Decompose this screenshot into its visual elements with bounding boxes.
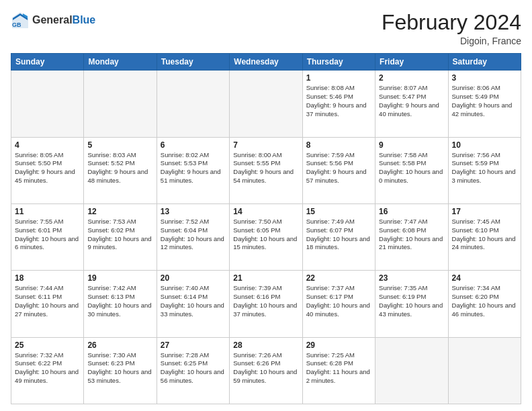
page: GB General Blue February 2024 Digoin, Fr… [0,0,532,411]
day-number: 12 [87,207,152,216]
day-info: Sunrise: 7:32 AM Sunset: 6:22 PM Dayligh… [15,351,80,385]
calendar-week-row: 1Sunrise: 8:08 AM Sunset: 5:46 PM Daylig… [11,71,521,137]
day-number: 1 [306,73,371,83]
day-info: Sunrise: 7:50 AM Sunset: 6:05 PM Dayligh… [233,218,298,252]
day-number: 28 [233,340,298,350]
col-friday: Friday [375,54,448,71]
table-row: 5Sunrise: 8:03 AM Sunset: 5:52 PM Daylig… [84,137,157,203]
col-wednesday: Wednesday [230,54,302,71]
table-row: 9Sunrise: 7:58 AM Sunset: 5:58 PM Daylig… [375,137,448,203]
day-number: 5 [87,140,152,150]
day-info: Sunrise: 8:07 AM Sunset: 5:47 PM Dayligh… [379,84,444,118]
table-row: 20Sunrise: 7:40 AM Sunset: 6:14 PM Dayli… [157,271,229,337]
day-number: 4 [15,140,80,150]
title-block: February 2024 Digoin, France [382,11,521,46]
day-number: 8 [306,140,371,150]
day-number: 19 [87,273,152,283]
calendar-week-row: 25Sunrise: 7:32 AM Sunset: 6:22 PM Dayli… [11,337,521,404]
day-info: Sunrise: 7:25 AM Sunset: 6:28 PM Dayligh… [306,351,371,385]
day-number: 17 [452,207,517,216]
table-row: 4Sunrise: 8:05 AM Sunset: 5:50 PM Daylig… [11,137,84,203]
table-row [448,337,521,404]
day-info: Sunrise: 8:00 AM Sunset: 5:55 PM Dayligh… [233,151,298,185]
day-number: 14 [233,207,298,216]
day-number: 29 [306,340,371,350]
table-row: 13Sunrise: 7:52 AM Sunset: 6:04 PM Dayli… [157,203,229,270]
calendar-week-row: 18Sunrise: 7:44 AM Sunset: 6:11 PM Dayli… [11,271,521,337]
logo-blue: Blue [73,14,96,26]
table-row [11,71,84,137]
day-info: Sunrise: 7:26 AM Sunset: 6:26 PM Dayligh… [233,351,298,385]
day-number: 20 [161,273,226,283]
logo-icon: GB [11,11,30,30]
day-number: 23 [379,273,444,283]
logo-general: General [32,14,73,26]
day-number: 25 [15,340,80,350]
logo-text: General Blue [32,14,95,26]
table-row: 23Sunrise: 7:35 AM Sunset: 6:19 PM Dayli… [375,271,448,337]
table-row: 8Sunrise: 7:59 AM Sunset: 5:56 PM Daylig… [302,137,375,203]
table-row [157,71,229,137]
col-sunday: Sunday [11,54,84,71]
col-tuesday: Tuesday [157,54,229,71]
day-info: Sunrise: 7:52 AM Sunset: 6:04 PM Dayligh… [161,218,226,252]
day-info: Sunrise: 7:34 AM Sunset: 6:20 PM Dayligh… [452,284,517,318]
table-row: 24Sunrise: 7:34 AM Sunset: 6:20 PM Dayli… [448,271,521,337]
day-number: 13 [161,207,226,216]
table-row: 25Sunrise: 7:32 AM Sunset: 6:22 PM Dayli… [11,337,84,404]
day-info: Sunrise: 8:03 AM Sunset: 5:52 PM Dayligh… [87,151,152,185]
col-monday: Monday [84,54,157,71]
day-number: 7 [233,140,298,150]
table-row: 7Sunrise: 8:00 AM Sunset: 5:55 PM Daylig… [230,137,302,203]
table-row [230,71,302,137]
table-row [375,337,448,404]
day-info: Sunrise: 7:59 AM Sunset: 5:56 PM Dayligh… [306,151,371,185]
day-number: 3 [452,73,517,83]
day-info: Sunrise: 7:56 AM Sunset: 5:59 PM Dayligh… [452,151,517,185]
day-info: Sunrise: 7:45 AM Sunset: 6:10 PM Dayligh… [452,218,517,252]
table-row: 19Sunrise: 7:42 AM Sunset: 6:13 PM Dayli… [84,271,157,337]
col-saturday: Saturday [448,54,521,71]
calendar-table: Sunday Monday Tuesday Wednesday Thursday… [11,53,521,404]
table-row: 16Sunrise: 7:47 AM Sunset: 6:08 PM Dayli… [375,203,448,270]
table-row [84,71,157,137]
table-row: 18Sunrise: 7:44 AM Sunset: 6:11 PM Dayli… [11,271,84,337]
day-info: Sunrise: 7:47 AM Sunset: 6:08 PM Dayligh… [379,218,444,252]
calendar-header-row: Sunday Monday Tuesday Wednesday Thursday… [11,54,521,71]
day-info: Sunrise: 7:30 AM Sunset: 6:23 PM Dayligh… [87,351,152,385]
table-row: 29Sunrise: 7:25 AM Sunset: 6:28 PM Dayli… [302,337,375,404]
day-info: Sunrise: 7:35 AM Sunset: 6:19 PM Dayligh… [379,284,444,318]
day-info: Sunrise: 8:05 AM Sunset: 5:50 PM Dayligh… [15,151,80,185]
day-info: Sunrise: 7:55 AM Sunset: 6:01 PM Dayligh… [15,218,80,252]
day-number: 16 [379,207,444,216]
day-number: 24 [452,273,517,283]
table-row: 11Sunrise: 7:55 AM Sunset: 6:01 PM Dayli… [11,203,84,270]
logo: GB General Blue [11,11,95,30]
day-info: Sunrise: 7:37 AM Sunset: 6:17 PM Dayligh… [306,284,371,318]
day-number: 10 [452,140,517,150]
day-number: 26 [87,340,152,350]
day-number: 11 [15,207,80,216]
day-number: 15 [306,207,371,216]
day-number: 2 [379,73,444,83]
header: GB General Blue February 2024 Digoin, Fr… [11,11,521,46]
calendar-title: February 2024 [382,11,521,34]
day-info: Sunrise: 8:08 AM Sunset: 5:46 PM Dayligh… [306,84,371,118]
day-info: Sunrise: 7:44 AM Sunset: 6:11 PM Dayligh… [15,284,80,318]
table-row: 26Sunrise: 7:30 AM Sunset: 6:23 PM Dayli… [84,337,157,404]
calendar-week-row: 4Sunrise: 8:05 AM Sunset: 5:50 PM Daylig… [11,137,521,203]
day-info: Sunrise: 7:49 AM Sunset: 6:07 PM Dayligh… [306,218,371,252]
table-row: 21Sunrise: 7:39 AM Sunset: 6:16 PM Dayli… [230,271,302,337]
table-row: 3Sunrise: 8:06 AM Sunset: 5:49 PM Daylig… [448,71,521,137]
day-number: 18 [15,273,80,283]
day-number: 9 [379,140,444,150]
day-info: Sunrise: 7:40 AM Sunset: 6:14 PM Dayligh… [161,284,226,318]
calendar-subtitle: Digoin, France [382,36,521,46]
day-info: Sunrise: 7:39 AM Sunset: 6:16 PM Dayligh… [233,284,298,318]
table-row: 17Sunrise: 7:45 AM Sunset: 6:10 PM Dayli… [448,203,521,270]
table-row: 10Sunrise: 7:56 AM Sunset: 5:59 PM Dayli… [448,137,521,203]
day-info: Sunrise: 7:53 AM Sunset: 6:02 PM Dayligh… [87,218,152,252]
svg-text:GB: GB [12,21,21,28]
day-info: Sunrise: 7:28 AM Sunset: 6:25 PM Dayligh… [161,351,226,385]
day-number: 21 [233,273,298,283]
